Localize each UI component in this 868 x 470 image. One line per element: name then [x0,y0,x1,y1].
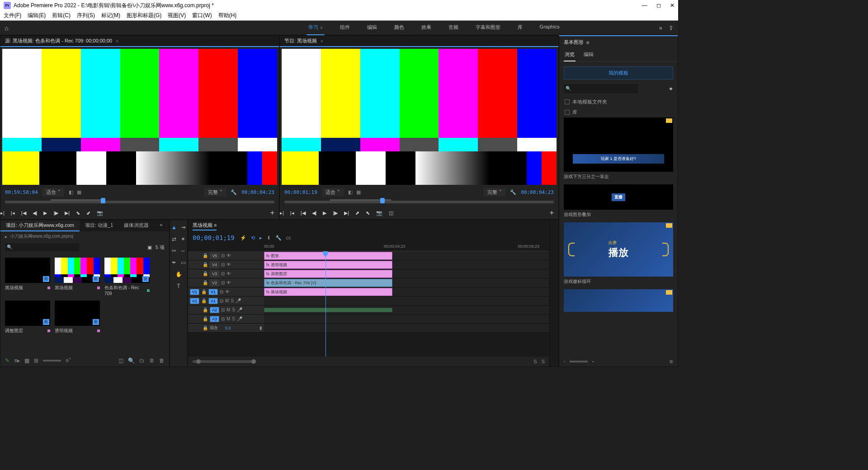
workspace-assembly[interactable]: 组件 [338,20,352,35]
src-mark-in-icon[interactable]: ▸| [0,210,5,216]
menu-help[interactable]: 帮助(H) [218,12,237,19]
rect-tool-icon[interactable]: ▭ [179,259,187,266]
tl-wrench-icon[interactable]: 🔧 [275,235,282,241]
sync-lock-icon[interactable]: ⊟ [221,262,225,267]
sequence-tab[interactable]: 黑场视频 ≡ [193,222,217,230]
tl-snap-icon[interactable]: ⚡ [240,235,246,241]
sync-lock-icon[interactable]: ⊟ [220,289,223,294]
menu-file[interactable]: 文件(F) [4,12,21,19]
tl-marker-icon[interactable]: ▸ [259,235,262,241]
track-v5-target[interactable]: V5 [210,253,219,259]
timeline-tc[interactable]: 00;00;01;19 [193,234,235,241]
menu-sequence[interactable]: 序列(S) [77,12,95,19]
src-goto-in-icon[interactable]: |◀ [21,210,26,216]
prg-button-editor-icon[interactable]: + [550,209,554,217]
menu-markers[interactable]: 标记(M) [101,12,120,19]
project-bin-item[interactable]: 田黑场视频 [5,258,50,296]
project-tab-2[interactable]: 媒体浏览器 [118,220,154,231]
lock-icon[interactable]: 🔒 [201,289,207,294]
prg-goto-out-icon[interactable]: ▶| [344,210,349,216]
source-scrubber[interactable] [0,197,279,207]
source-a1[interactable]: A1 [190,298,199,304]
mic-icon[interactable]: 🎤 [237,307,242,312]
track-a3-target[interactable]: A3 [210,316,219,322]
source-view-icon[interactable]: ▦ [77,189,81,195]
prg-step-fwd-icon[interactable]: |▶ [333,210,338,216]
eg-template-item[interactable] [564,289,673,312]
close-button[interactable]: ✕ [670,2,675,9]
program-viewport[interactable] [282,49,557,185]
project-bin-item[interactable]: 田调整图层 [5,301,50,334]
menu-view[interactable]: 视图(V) [168,12,186,19]
sync-lock-icon[interactable]: ⊟ [221,271,225,276]
project-tabs-overflow[interactable]: » [154,220,168,231]
tl-insert-icon[interactable]: ⬇ [267,235,271,241]
selection-tool-icon[interactable]: ▲ [170,224,178,231]
eye-icon[interactable]: 👁 [226,271,231,276]
timeline-zoom-slider[interactable] [193,360,256,363]
workspace-graphics[interactable]: Graphics [538,20,561,35]
razor-tool-icon[interactable]: ✂ [170,247,178,254]
sync-lock-icon[interactable]: ⊟ [221,280,225,285]
menu-graphics[interactable]: 图形和标题(G) [127,12,161,19]
lock-icon[interactable]: 🔒 [203,262,208,267]
project-delete-icon[interactable]: 🗑 [159,357,165,364]
eye-icon[interactable]: 👁 [225,289,230,294]
prg-comparison-icon[interactable]: ◫ [389,210,393,216]
workspace-captions[interactable]: 字幕和图形 [474,20,502,35]
sync-lock-icon[interactable]: ⊟ [221,307,225,312]
project-icon-view-icon[interactable]: ▦ [24,357,29,364]
track-v4-target[interactable]: V4 [210,262,219,268]
src-step-back-icon[interactable]: ◀| [33,210,38,216]
prg-step-back-icon[interactable]: ◀| [312,210,317,216]
track-select-tool-icon[interactable]: ⇥ [179,224,187,231]
program-scrubber[interactable] [280,197,558,207]
project-bin-item[interactable]: 田黑场视频 [55,258,100,296]
program-zoom-select[interactable]: 适合 ˅ [322,188,344,197]
eg-search-input[interactable] [564,84,638,93]
project-filter-icon[interactable]: ▣ [147,244,152,250]
eye-icon[interactable]: 👁 [226,262,231,267]
sync-lock-icon[interactable]: ⊟ [220,298,223,303]
lock-icon[interactable]: 🔒 [203,325,208,330]
eg-install-icon[interactable]: ⊞ [670,359,673,364]
eg-template-item[interactable]: 比赛播放 游戏徽标循环 [564,222,673,285]
track-a2-target[interactable]: A2 [210,307,219,313]
source-tc-in[interactable]: 00;59;58;04 [5,189,38,195]
eg-favorite-icon[interactable]: ★ [669,86,673,92]
src-insert-icon[interactable]: ⬊ [76,210,80,216]
timeline-tracks[interactable]: 🔒V5⊟👁fx图形 🔒V4⊟👁fx透明视频 🔒V3⊟👁fx调整图层 🔒V2⊟👁f… [188,251,549,357]
src-button-editor-icon[interactable]: + [270,209,274,217]
project-sort-icon[interactable]: ≡˅ [66,357,71,364]
sync-lock-icon[interactable]: ⊟ [221,316,225,321]
program-view-icon[interactable]: ▦ [356,189,361,195]
prg-export-frame-icon[interactable]: 📷 [376,210,382,216]
program-panel-tab[interactable]: 节目: 黑场视频≡ [280,36,558,47]
program-half-icon[interactable]: ◧ [348,189,353,195]
track-v3-target[interactable]: V3 [210,271,219,277]
eg-library-checkbox[interactable]: 库 [559,107,678,118]
prg-mark-in-icon[interactable]: ▸| [280,210,284,216]
lock-icon[interactable]: 🔒 [203,253,208,258]
tl-cc-icon[interactable]: cc [286,235,291,241]
slip-tool-icon[interactable]: ↔ [179,247,187,254]
rolling-tool-icon[interactable]: ✶ [179,235,187,243]
prg-extract-icon[interactable]: ⬉ [366,210,370,216]
prg-play-icon[interactable]: ▶ [323,210,326,216]
track-v2-target[interactable]: V2 [210,280,219,286]
prg-mark-out-icon[interactable]: |◂ [290,210,294,216]
workspace-learn[interactable]: 学习≡ [307,20,324,35]
workspace-editing[interactable]: 编辑 [365,20,379,35]
eg-browse-tab[interactable]: 浏览 [564,48,576,61]
project-list-view-icon[interactable]: ≡▸ [14,357,20,364]
track-a1-target[interactable]: A1 [208,298,218,304]
project-new-bin-icon[interactable]: 🗀 [139,357,145,364]
project-bin-item[interactable]: 田色条和色调 - Rec 709 [104,258,150,296]
my-templates-button[interactable]: 我的模板 [564,66,673,80]
lock-icon[interactable]: 🔒 [203,280,208,285]
mix-meter-icon[interactable]: ▮ [259,325,262,330]
eye-icon[interactable]: 👁 [226,280,231,285]
prg-goto-in-icon[interactable]: |◀ [301,210,306,216]
project-new-item-icon[interactable]: 🗎 [149,357,155,364]
menu-clip[interactable]: 剪辑(C) [52,12,71,19]
